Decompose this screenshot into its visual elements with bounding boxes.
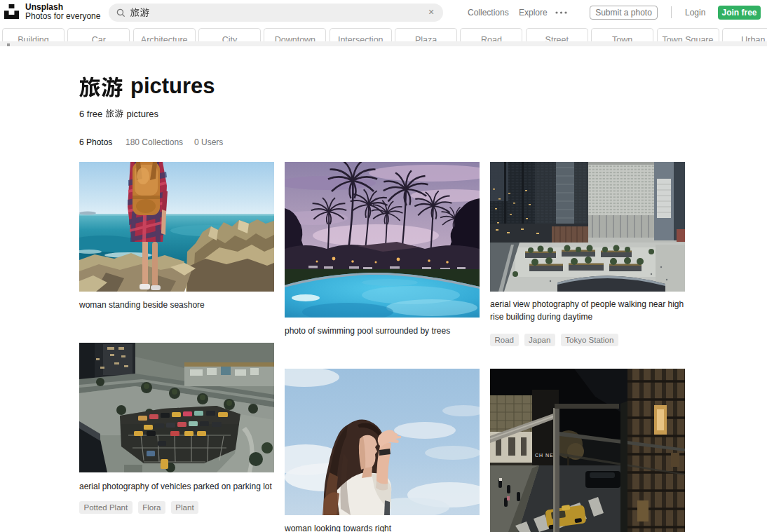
svg-text:CH NE: CH NE	[535, 453, 554, 458]
